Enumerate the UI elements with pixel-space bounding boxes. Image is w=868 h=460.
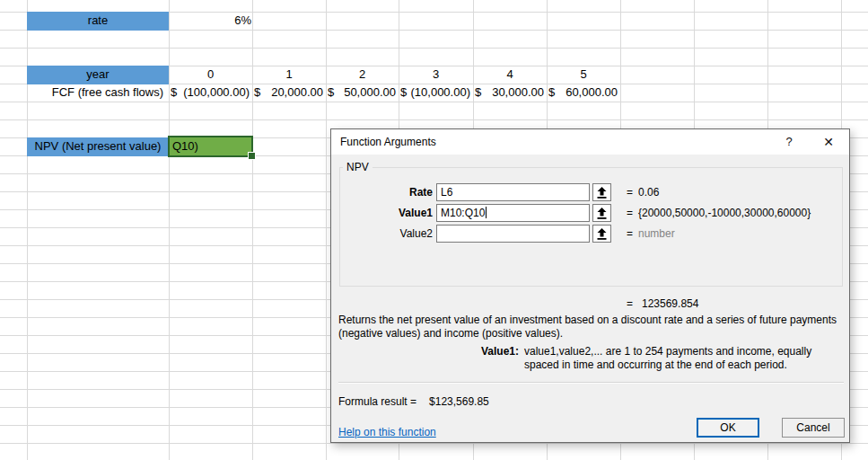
cancel-button[interactable]: Cancel [782, 418, 845, 438]
currency-symbol: $ [254, 84, 260, 102]
rate-result: 0.06 [638, 183, 659, 201]
value2-arg-row: Value2 = number [331, 225, 851, 243]
amount: 50,000.00 [344, 84, 396, 102]
formula-result-line: Formula result =$123,569.85 [338, 395, 489, 409]
cell-npv-label[interactable]: NPV (Net present value) [27, 137, 169, 156]
rate-arg-row: Rate L6 = 0.06 [331, 183, 851, 201]
cell-rate-label[interactable]: rate [27, 12, 169, 31]
value2-arg-label: Value2 [333, 225, 433, 243]
formula-result-label: Formula result = [338, 395, 416, 408]
cell-year-3[interactable]: 3 [399, 66, 473, 84]
amount: (100,000.00) [183, 84, 250, 102]
rate-input[interactable]: L6 [436, 183, 590, 201]
dialog-titlebar[interactable]: Function Arguments ? ✕ [331, 129, 849, 155]
value1-result: {20000,50000,-10000,30000,60000} [638, 204, 811, 222]
excel-screen: rate 6% year 0 1 2 3 4 5 FCF (free cash … [0, 0, 868, 460]
cell-year-2[interactable]: 2 [326, 66, 399, 84]
cell-year-1[interactable]: 1 [252, 66, 326, 84]
up-arrow-from-bar-icon [597, 208, 607, 219]
formula-result-value: $123,569.85 [429, 395, 489, 408]
cell-fcf-year2[interactable]: $50,000.00 [326, 84, 399, 102]
currency-symbol: $ [400, 84, 407, 102]
cell-year-0[interactable]: 0 [169, 66, 252, 84]
equals-sign: = [627, 183, 633, 201]
value1-arg-row: Value1 M10:Q10 = {20000,50000,-10000,300… [331, 204, 851, 222]
value1-input-value: M10:Q10 [441, 207, 485, 219]
amount: 60,000.00 [566, 84, 618, 102]
collapse-dialog-icon[interactable] [592, 225, 611, 243]
npv-group-label: NPV [343, 161, 373, 173]
dialog-title: Function Arguments [340, 129, 436, 155]
equals-sign: = [627, 225, 633, 243]
close-icon[interactable]: ✕ [819, 129, 838, 155]
cell-fcf-year0[interactable]: $(100,000.00) [169, 84, 252, 102]
cell-year-5[interactable]: 5 [547, 66, 620, 84]
amount: (10,000.00) [411, 84, 471, 102]
cell-fcf-year4[interactable]: $30,000.00 [473, 84, 547, 102]
fill-handle[interactable] [248, 152, 256, 160]
cell-fcf-year3[interactable]: $(10,000.00) [399, 84, 473, 102]
cell-year-label[interactable]: year [27, 66, 169, 84]
formula-fragment: Q10) [172, 139, 198, 153]
currency-symbol: $ [548, 84, 555, 102]
argument-help-label: Value1: [338, 345, 524, 372]
cell-fcf-year1[interactable]: $20,000.00 [252, 84, 326, 102]
collapse-dialog-icon[interactable] [592, 204, 611, 222]
cell-fcf-label[interactable]: FCF (free cash flows) [27, 84, 169, 102]
function-description: Returns the net present value of an inve… [338, 314, 846, 341]
cell-npv-formula-editing[interactable]: Q10) [168, 136, 253, 157]
intermediate-result-line: = 123569.854 [331, 295, 851, 309]
value2-input[interactable] [436, 225, 590, 243]
argument-help: Value1: value1,value2,... are 1 to 254 p… [338, 345, 846, 372]
value1-arg-label: Value1 [333, 204, 433, 222]
cell-rate-value[interactable]: 6% [170, 12, 256, 30]
cell-year-4[interactable]: 4 [473, 66, 547, 84]
equals-sign: = [627, 204, 633, 222]
up-arrow-from-bar-icon [597, 187, 607, 199]
divider [338, 382, 844, 384]
function-arguments-dialog: Function Arguments ? ✕ NPV Rate L6 = 0.0… [330, 128, 850, 443]
text-cursor [486, 207, 487, 218]
cell-fcf-year5[interactable]: $60,000.00 [547, 84, 620, 102]
currency-symbol: $ [328, 84, 334, 102]
intermediate-result-value: 123569.854 [642, 295, 698, 313]
help-icon[interactable]: ? [779, 129, 799, 155]
collapse-dialog-icon[interactable] [592, 183, 611, 201]
value2-result-placeholder: number [638, 225, 675, 243]
argument-help-text: value1,value2,... are 1 to 254 payments … [524, 345, 846, 372]
amount: 20,000.00 [271, 84, 323, 102]
rate-input-value: L6 [441, 186, 452, 199]
currency-symbol: $ [171, 84, 177, 102]
currency-symbol: $ [475, 84, 481, 102]
help-on-this-function-link[interactable]: Help on this function [338, 426, 436, 439]
ok-button[interactable]: OK [697, 418, 759, 438]
up-arrow-from-bar-icon [597, 228, 607, 240]
amount: 30,000.00 [492, 84, 544, 102]
value1-input[interactable]: M10:Q10 [436, 204, 590, 222]
rate-arg-label: Rate [333, 183, 433, 201]
equals-sign: = [627, 295, 633, 313]
